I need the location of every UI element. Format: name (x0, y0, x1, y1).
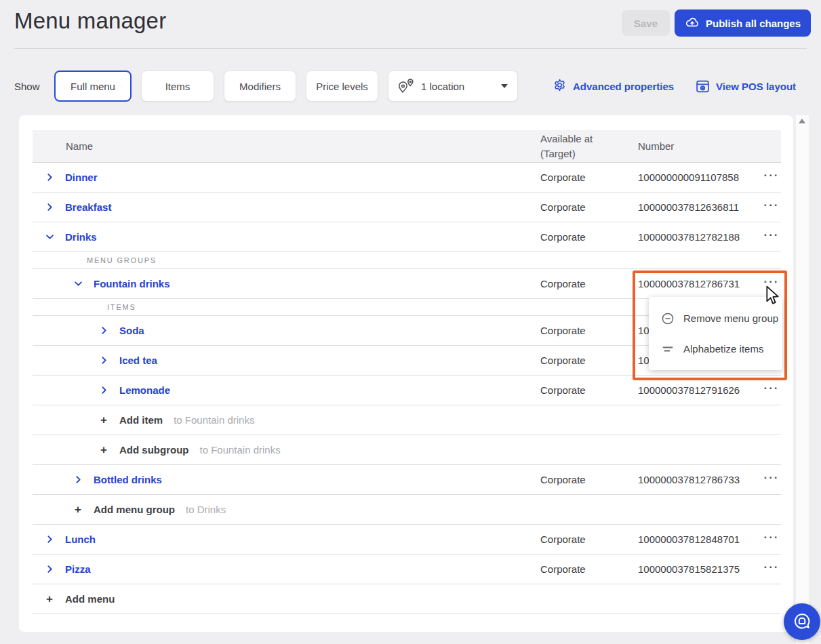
scroll-up-icon[interactable] (799, 119, 805, 123)
more-options-icon[interactable]: ··· (764, 172, 780, 183)
tab-items[interactable]: Items (141, 71, 214, 102)
table-row: Drinks Corporate 100000037812782188 ··· (33, 222, 781, 252)
column-header-name: Name (33, 140, 540, 152)
more-options-icon[interactable]: ··· (764, 232, 780, 243)
chevron-right-icon[interactable] (99, 356, 108, 365)
chevron-right-icon[interactable] (45, 565, 54, 573)
location-pins-icon (397, 77, 415, 95)
location-dropdown[interactable]: 1 location (388, 71, 518, 102)
tab-full-menu[interactable]: Full menu (54, 71, 132, 102)
number-value: 100000037812848701 (638, 534, 762, 545)
table-row: Breakfast Corporate 100000037812636811 ·… (33, 193, 781, 222)
row-name-link[interactable]: Lemonade (119, 384, 170, 396)
section-label-row: MENU GROUPS (33, 252, 781, 269)
tab-price-levels[interactable]: Price levels (306, 71, 378, 102)
column-header-number: Number (638, 140, 762, 152)
pos-screen-icon (696, 79, 710, 94)
remove-menu-group-menu-item[interactable]: Remove menu group (649, 303, 782, 334)
number-value: 100000037815821375 (638, 563, 762, 575)
available-at-value: Corporate (540, 474, 638, 485)
row-name-link[interactable]: Breakfast (65, 201, 111, 213)
help-chat-button[interactable] (784, 603, 820, 640)
page-title: Menu manager (14, 8, 166, 34)
more-options-icon[interactable]: ··· (764, 564, 780, 575)
available-at-value: Corporate (540, 563, 638, 575)
available-at-value: Corporate (540, 325, 638, 336)
add-action-label[interactable]: Add subgroup (119, 444, 188, 456)
table-header-row: Name Available at (Target) Number (33, 130, 781, 163)
more-options-icon[interactable]: ··· (764, 475, 780, 485)
add-action-label[interactable]: Add menu group (94, 504, 175, 515)
number-value: 100000037812791626 (638, 384, 762, 396)
number-value: 100000037812636811 (638, 201, 762, 213)
table-row: + Add menu (33, 584, 781, 614)
table-row: Lunch Corporate 100000037812848701 ··· (33, 525, 781, 555)
chevron-right-icon[interactable] (45, 203, 54, 212)
plus-icon[interactable]: + (99, 443, 108, 457)
row-name-link[interactable]: Iced tea (119, 355, 157, 366)
table-body: Dinner Corporate 100000000091107858 ··· … (33, 163, 781, 614)
row-name-link[interactable]: Bottled drinks (94, 474, 162, 485)
chevron-right-icon[interactable] (99, 326, 108, 335)
row-name-link[interactable]: Soda (119, 325, 144, 336)
menu-table-panel: Name Available at (Target) Number Dinner… (19, 115, 793, 632)
chevron-down-icon[interactable] (73, 279, 83, 288)
available-at-value: Corporate (540, 355, 638, 366)
chevron-right-icon[interactable] (45, 173, 54, 182)
table-row: + Add menu group to Drinks (33, 495, 781, 525)
available-at-value: Corporate (540, 231, 638, 243)
table-row: Bottled drinks Corporate 100000037812786… (33, 465, 781, 495)
more-options-icon[interactable]: ··· (764, 202, 780, 213)
chevron-down-icon (501, 84, 508, 88)
gear-icon (553, 78, 567, 94)
advanced-properties-link[interactable]: Advanced properties (553, 77, 674, 95)
available-at-value: Corporate (540, 201, 638, 213)
number-value: 100000037812782188 (638, 231, 762, 243)
plus-icon[interactable]: + (45, 592, 54, 606)
number-value: 100000000091107858 (638, 172, 762, 183)
table-row: Pizza Corporate 100000037815821375 ··· (33, 555, 781, 584)
column-header-available-at: Available at (Target) (540, 132, 638, 161)
number-value: 100000037812786733 (638, 474, 762, 485)
table-row: Dinner Corporate 100000000091107858 ··· (33, 163, 781, 193)
plus-icon[interactable]: + (99, 414, 108, 427)
table-row: + Add subgroup to Fountain drinks (33, 435, 781, 465)
menu-table: Name Available at (Target) Number Dinner… (33, 130, 781, 614)
save-button[interactable]: Save (622, 10, 670, 36)
row-name-link[interactable]: Dinner (65, 172, 98, 183)
row-name-link[interactable]: Pizza (65, 563, 91, 575)
available-at-value: Corporate (540, 172, 638, 183)
table-row: + Add item to Fountain drinks (33, 405, 781, 435)
available-at-value: Corporate (540, 384, 638, 396)
show-label: Show (14, 81, 40, 92)
alphabetize-items-menu-item[interactable]: Alphabetize items (649, 334, 782, 364)
minus-circle-icon (661, 312, 675, 325)
chevron-right-icon[interactable] (45, 535, 54, 544)
tab-modifiers[interactable]: Modifiers (224, 71, 296, 102)
row-context-menu: Remove menu group Alphabetize items (649, 297, 782, 370)
sort-lines-icon (661, 342, 675, 356)
available-at-value: Corporate (540, 278, 638, 289)
row-name-link[interactable]: Drinks (65, 231, 97, 243)
header-divider (14, 48, 807, 49)
chevron-down-icon[interactable] (45, 233, 54, 241)
row-name-link[interactable]: Fountain drinks (94, 278, 170, 289)
add-action-label[interactable]: Add item (119, 414, 163, 426)
chevron-right-icon[interactable] (73, 475, 83, 484)
more-options-icon[interactable]: ··· (764, 534, 780, 545)
plus-icon[interactable]: + (73, 503, 83, 517)
more-options-icon[interactable]: ··· (764, 385, 780, 396)
row-name-link[interactable]: Lunch (65, 534, 96, 545)
number-value: 100000037812786731 (638, 278, 762, 289)
chevron-right-icon[interactable] (99, 386, 108, 395)
cloud-upload-icon (685, 16, 700, 31)
view-tabs: Full menu Items Modifiers Price levels (54, 71, 378, 102)
table-row: Fountain drinks Corporate 10000003781278… (33, 269, 781, 299)
publish-all-changes-button[interactable]: Publish all changes (675, 9, 811, 37)
location-dropdown-value: 1 location (421, 81, 495, 92)
scrollbar[interactable] (796, 115, 809, 644)
more-options-icon[interactable]: ··· (764, 279, 780, 289)
view-pos-layout-link[interactable]: View POS layout (696, 77, 796, 95)
chat-toast-icon (792, 611, 812, 632)
add-action-label[interactable]: Add menu (65, 593, 115, 605)
